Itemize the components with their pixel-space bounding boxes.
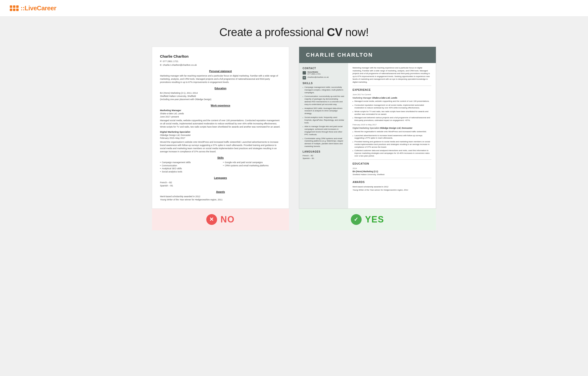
cv-education-title: Education: [160, 87, 281, 90]
styled-job1-dates: June 2017 to Current: [353, 93, 431, 96]
phone-icon: 📞: [303, 71, 306, 75]
cv-lang-1: French – B2: [160, 181, 281, 184]
styled-phone-item: 📞 Home/Mobile 077 2801 1721: [303, 71, 345, 75]
styled-cv-left: CONTACT 📞 Home/Mobile 077 2801 1721 ✉ ch…: [299, 63, 348, 208]
styled-cv-card: CHARLIE CHARLTON CONTACT 📞 Home/Mobile 0…: [299, 47, 436, 209]
cv-job2-company: Oldedge Design Ltd, Doncaster: [160, 134, 281, 137]
styled-job2-b1: Moved the organisation's website onto Wo…: [353, 130, 431, 133]
styled-email: charlton@charlton.co.uk: [307, 76, 329, 78]
styled-summary: Marketing manager with far-reaching expe…: [353, 66, 431, 84]
cv-skill-1: Campaign management skills: [160, 161, 218, 164]
cv-skill-3: Analytical SEO skills: [160, 167, 218, 170]
yes-icon: ✓: [351, 214, 362, 225]
styled-job1-b2: Conducted reputation management on all s…: [353, 104, 431, 109]
styled-job2-dates: February 2015 to May 2017: [353, 123, 431, 126]
styled-job2-company: Digital Marketing Specialist Oldedge Des…: [353, 127, 431, 130]
cv-job2-desc: Moved the organisation's website onto Wo…: [160, 141, 281, 153]
styled-skill-1: Campaign management skills: successfully…: [303, 86, 345, 94]
styled-cv-header: CHARLIE CHARLTON: [299, 47, 436, 63]
cv-awards-title: Awards: [160, 190, 281, 194]
styled-divider-2: [353, 159, 431, 160]
no-icon: ✕: [206, 214, 217, 225]
styled-cv-panel: CHARLIE CHARLTON CONTACT 📞 Home/Mobile 0…: [299, 47, 436, 230]
logo-text: ::LiveCareer: [21, 4, 56, 12]
cv-personal-text: Marketing manager with far-reaching expe…: [160, 74, 281, 84]
cv-skill-2: Communication: [160, 164, 218, 167]
styled-skill-3: Analytical SEO skills: leveraged data-dr…: [303, 107, 345, 115]
cv-education-text: BA (Hons) Marketing (2:1), 2011–2014Shef…: [160, 91, 281, 101]
cv-skill-4: Social analytics tools: [160, 170, 218, 173]
styled-job1-b3: Wrote scripts for TV and radio, two radi…: [353, 110, 431, 116]
plain-cv-card: Charlie Charlton P: 077 2801 1721 E: cha…: [152, 47, 289, 209]
styled-skill-6: Comfortable using CRM systems and email …: [303, 137, 345, 148]
styled-lang-1: French – B2: [303, 155, 345, 157]
yes-label: YES: [365, 214, 384, 225]
cv-job1-company: Shake-a-lake Ltd, Leeds: [160, 112, 281, 115]
header: ::LiveCareer: [0, 0, 588, 17]
cv-job2-dates: February 2015–May 2017: [160, 137, 281, 140]
cv-email: E: charlie.t.charlton@charlton.co.uk: [160, 63, 281, 66]
no-label: NO: [220, 214, 235, 225]
styled-awards-title: AWARDS: [353, 181, 431, 184]
styled-exp-title: EXPERIENCE: [353, 88, 431, 92]
cv-skills-grid: Campaign management skills Communication…: [160, 161, 281, 173]
styled-lang-2: Spanish – B1: [303, 157, 345, 159]
styled-cv-body: CONTACT 📞 Home/Mobile 077 2801 1721 ✉ ch…: [299, 63, 436, 208]
styled-email-item: ✉ charlton@charlton.co.uk: [303, 76, 345, 79]
styled-job1-b1: Managed social media, website copywritin…: [353, 100, 431, 103]
styled-job2-b4: Collected customer data and analysed int…: [353, 149, 431, 157]
styled-skill-4: Social analytics tools: frequently used …: [303, 116, 345, 124]
cv-name: Charlie Charlton: [160, 54, 281, 59]
styled-divider-1: [353, 86, 431, 86]
page-headline: Create a professional CV now!: [214, 17, 373, 47]
styled-job1-b4: Managed and delivered various projects a…: [353, 117, 431, 122]
cv-languages-title: Languages: [160, 176, 281, 180]
cv-personal-title: Personal statement: [160, 70, 281, 73]
styled-phone: Home/Mobile 077 2801 1721: [307, 71, 320, 75]
cv-award-1: Merit-based scholarship awarded in 2012: [160, 195, 281, 198]
cv-skill-6: CRM systems and email marketing platform…: [223, 164, 281, 167]
cv-job2-title: Digital Marketing Specialist: [160, 130, 281, 133]
styled-edu-school: Sheffield Hallam University, Sheffield: [353, 173, 431, 176]
styled-job2-b2: Launched advertisements to increase bran…: [353, 134, 431, 140]
styled-skill-2: Communication: successfully up-sold the …: [303, 95, 345, 106]
styled-edu-year: 2014: [353, 167, 431, 170]
cv-job1-dates: June 2017–present: [160, 115, 281, 118]
styled-cv-right: Marketing manager with far-reaching expe…: [348, 63, 436, 208]
plain-cv-panel: Charlie Charlton P: 077 2801 1721 E: cha…: [152, 47, 289, 230]
cv-award-2: Young Writer of the Year winner for Hedg…: [160, 198, 281, 201]
styled-divider-3: [353, 178, 431, 178]
styled-job1-company: Marketing Manager Shake-a-lake Ltd, Leed…: [353, 96, 431, 100]
styled-languages-title: LANGUAGES: [303, 150, 345, 153]
styled-skill-5: Able to manage Google Ads and paid socia…: [303, 125, 345, 136]
styled-education-title: EDUCATION: [353, 162, 431, 166]
styled-skills-title: SKILLS: [303, 82, 345, 85]
styled-award-1: Merit-based scholarship awarded in 2012: [353, 185, 431, 188]
styled-award-2: Young Writer of the Year winner for Hedg…: [353, 189, 431, 191]
logo: ::LiveCareer: [10, 4, 56, 12]
cv-phone: P: 077 2801 1721: [160, 60, 281, 63]
main-area: Charlie Charlton P: 077 2801 1721 E: cha…: [122, 47, 466, 230]
logo-dots: [10, 5, 19, 11]
styled-cv-name: CHARLIE CHARLTON: [306, 52, 429, 58]
cv-skill-5: Google Ads and paid social campaigns: [223, 161, 281, 164]
cv-skills-title: Skills: [160, 156, 281, 160]
styled-job2-b3: Provided training and guidance to social…: [353, 141, 431, 148]
cv-work-title: Work experience: [160, 104, 281, 107]
cv-job1-title: Marketing Manager: [160, 109, 281, 112]
yes-button[interactable]: ✓ YES: [299, 209, 436, 230]
cv-job1-desc: Managed social media, website copywritin…: [160, 119, 281, 129]
cv-lang-2: Spanish – B1: [160, 184, 281, 187]
styled-edu-degree: BA (Hons) Marketing (2:1): [353, 170, 431, 173]
email-icon: ✉: [303, 76, 306, 79]
styled-contact-title: CONTACT: [303, 67, 345, 70]
no-button[interactable]: ✕ NO: [152, 209, 289, 230]
